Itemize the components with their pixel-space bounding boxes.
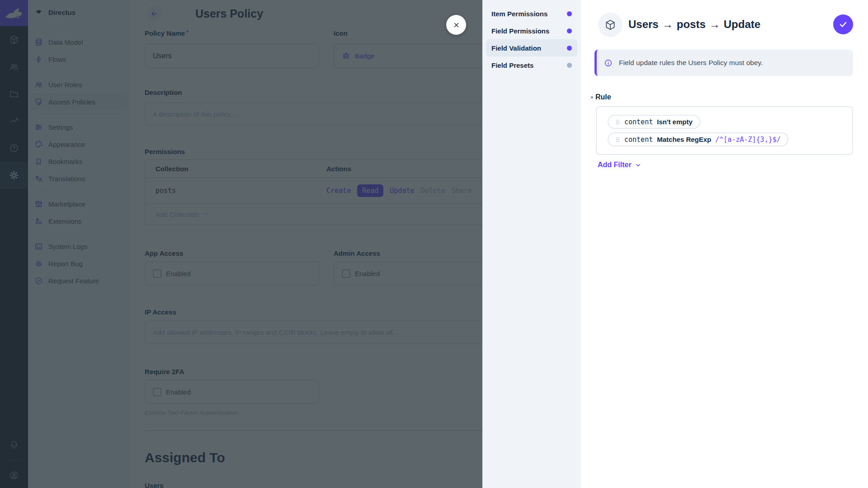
drawer-panel: Users→posts→Update Field update rules th… <box>581 0 868 488</box>
drawer-header-avatar <box>598 13 623 37</box>
rule-filter-box: content Isn't empty content Matches RegE… <box>596 106 853 155</box>
edited-dot <box>591 96 593 99</box>
tab-field-presets[interactable]: Field Presets <box>486 56 577 74</box>
status-dot <box>567 63 572 68</box>
status-dot <box>567 28 572 33</box>
rule-field-label: Rule <box>591 93 611 101</box>
drawer-title: Users→posts→Update <box>628 18 760 31</box>
box-icon <box>604 19 616 31</box>
status-dot <box>567 11 572 16</box>
info-banner: Field update rules the Users Policy must… <box>594 50 853 76</box>
filter-field[interactable]: content <box>624 136 653 144</box>
close-icon <box>452 21 461 29</box>
check-icon <box>838 19 848 29</box>
filter-field[interactable]: content <box>624 118 653 126</box>
filter-operator[interactable]: Isn't empty <box>657 118 693 126</box>
drawer-sidebar: Item Permissions Field Permissions Field… <box>482 0 581 488</box>
drawer-title-action: Update <box>724 18 760 30</box>
info-icon <box>604 59 613 67</box>
directus-app: Directus Data Model Flows User Rol <box>0 0 868 488</box>
drag-handle-icon[interactable] <box>615 118 620 126</box>
tab-field-permissions[interactable]: Field Permissions <box>486 22 577 39</box>
drawer-title-collection: posts <box>677 18 706 30</box>
arrow-separator: → <box>709 18 720 30</box>
close-drawer-button[interactable] <box>446 15 466 35</box>
chevron-down-icon <box>635 162 642 169</box>
tab-field-validation[interactable]: Field Validation <box>486 39 577 56</box>
drawer-title-policy: Users <box>628 18 659 30</box>
filter-rule[interactable]: content Matches RegExp /^[a-zA-Z]{3,}$/ <box>608 132 788 146</box>
filter-rule[interactable]: content Isn't empty <box>608 115 700 129</box>
tab-item-permissions[interactable]: Item Permissions <box>486 5 577 22</box>
status-dot <box>567 46 572 51</box>
drag-handle-icon[interactable] <box>615 136 620 143</box>
modal-overlay[interactable] <box>0 0 482 488</box>
arrow-separator: → <box>662 18 673 30</box>
add-filter-button[interactable]: Add Filter <box>598 161 642 169</box>
save-button[interactable] <box>833 14 853 34</box>
filter-operator[interactable]: Matches RegExp <box>657 136 711 143</box>
banner-text: Field update rules the Users Policy must… <box>619 59 763 67</box>
filter-value[interactable]: /^[a-zA-Z]{3,}$/ <box>715 136 781 144</box>
